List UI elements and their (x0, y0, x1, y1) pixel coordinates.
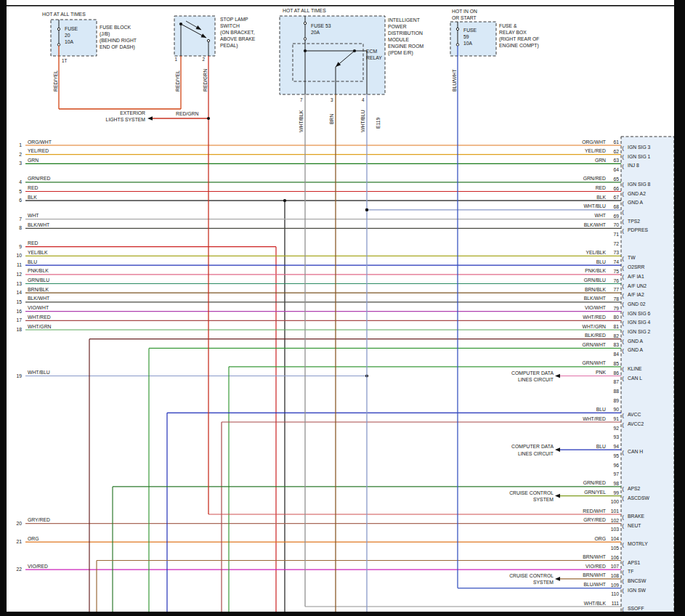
left-wire-label: GRY/RED (28, 517, 50, 522)
pin-signal-name: IGN SIG 6 (628, 311, 651, 316)
annotation-text: CRUISE CONTROL (509, 490, 554, 495)
page-edge-bottom (7, 612, 674, 616)
annotation-text: SYSTEM (533, 580, 554, 585)
terminal-circle (456, 28, 458, 30)
wiring-diagram: 1ORG/WHT2YEL/RED3GRN4GRN/RED5RED6BLK7WHT… (0, 0, 685, 616)
pin-number: 66 (613, 186, 619, 191)
pin-signal-name: IGN SIG 4 (628, 320, 651, 325)
pin-wire-color-label: GRN/RED (583, 480, 606, 485)
pin-wire-color-label: RED/WHT (583, 508, 606, 514)
pin-signal-name: O2SRR (628, 264, 645, 270)
pin-number: 108 (611, 573, 620, 578)
pin-signal-name: ASCDSW (628, 495, 649, 500)
vertical-wire-label: WHT/BLK (299, 110, 304, 132)
pin-number: 68 (613, 204, 619, 209)
wire-label: RED/GRN (176, 111, 198, 116)
hot-in-on-or-start-label: HOT IN ON (452, 9, 477, 14)
terminal-number: 7 (300, 97, 303, 102)
pin-number: 80 (613, 315, 619, 320)
left-row-number: 9 (19, 244, 22, 249)
pin-number: 85 (613, 361, 619, 366)
left-row-number: 8 (19, 225, 22, 230)
component-name: END OF DASH) (100, 44, 135, 50)
left-wire-label: VIO/RED (28, 564, 48, 569)
pin-wire-color-label: WHT/GRN (583, 324, 607, 329)
pin-number: 99 (613, 490, 619, 495)
component-name: SWITCH (220, 23, 240, 28)
left-row-number: 4 (19, 179, 22, 185)
pin-number: 61 (613, 139, 619, 145)
pin-signal-name: CAN H (628, 449, 643, 454)
left-row-number: 17 (16, 317, 22, 323)
pin-wire-color-label: GRN/WHT (583, 360, 606, 365)
annotation-text: COMPUTER DATA (511, 370, 554, 376)
pin-wire-color-label: WHT (595, 213, 606, 218)
pin-number: 111 (612, 601, 620, 606)
pin-signal-name: A/F IA2 (628, 292, 644, 297)
pin-signal-name: A/F UN2 (628, 283, 647, 288)
left-wire-label: WHT/GRN (28, 324, 52, 329)
component-name: MODULE (388, 37, 410, 42)
left-row-number: 7 (19, 216, 22, 222)
pin-number: 109 (611, 583, 620, 588)
left-wire-label: BLK/WHT (28, 222, 49, 227)
left-row-number: 2 (19, 152, 22, 157)
terminal-number: 1T (62, 58, 68, 63)
component-name: DISTRIBUTION (388, 31, 423, 36)
left-row-number: 19 (16, 373, 22, 378)
vertical-wire-label: BLU/WHT (452, 69, 457, 92)
left-wire-label: YEL/BLK (28, 250, 48, 255)
pin-signal-name: INJ 8 (628, 163, 639, 168)
pin-number: 91 (613, 416, 619, 421)
fuse-label: 10A (463, 41, 473, 46)
pin-signal-name: GND 02 (628, 301, 646, 307)
pin-number: 104 (611, 536, 620, 541)
pin-number: 89 (613, 398, 619, 403)
component-name: (ON BRACKET, (220, 30, 255, 36)
left-row-number: 13 (16, 281, 22, 286)
fuse-label: FUSE (65, 26, 78, 31)
pin-number: 106 (611, 555, 620, 560)
component-name: FUSE & (499, 23, 517, 28)
component-name: (BEHIND RIGHT (100, 38, 137, 44)
left-wire-label: ORG (28, 536, 38, 541)
terminal-circle (57, 44, 60, 46)
component-name: ABOVE BRAKE (220, 36, 256, 41)
pin-number: 64 (613, 167, 619, 172)
relay-label: ECM (366, 49, 377, 54)
pin-signal-name: IGN SIG 1 (628, 154, 651, 159)
pin-wire-color-label: ORG (595, 536, 606, 541)
offpage-system-label: EXTERIOR (120, 110, 145, 115)
left-row-number: 5 (19, 189, 22, 194)
pin-signal-name: A/F IA1 (628, 274, 644, 279)
left-wire-label: WHT/RED (28, 315, 51, 320)
pin-number: 70 (613, 222, 619, 227)
pin-signal-name: GND A (628, 339, 644, 344)
pin-wire-color-label: GRN/RED (583, 176, 606, 181)
pin-signal-name: KLINE (628, 366, 642, 371)
terminal-number: 3 (331, 97, 333, 102)
pin-signal-name: IGN SIG 2 (628, 329, 651, 334)
hot-in-on-or-start-label: OR START (452, 15, 477, 20)
pin-wire-color-label: GRN/BLU (584, 277, 606, 283)
vertical-wire-label: WHT/BLU (360, 110, 365, 132)
pin-wire-color-label: BLK/RED (585, 333, 606, 338)
pin-number: 101 (611, 508, 620, 514)
component-name: FUSE BLOCK (100, 25, 131, 30)
pin-number: 84 (613, 352, 619, 357)
pin-signal-name: PDPRES (628, 227, 648, 232)
left-row-number: 14 (16, 290, 22, 295)
pin-wire-color-label: YEL/BLK (585, 250, 606, 255)
pin-wire-color-label: BLU (596, 259, 606, 264)
pin-number: 110 (611, 591, 619, 596)
annotation-text: CRUISE CONTROL (509, 573, 554, 578)
pin-number: 71 (613, 232, 619, 237)
pin-number: 74 (613, 259, 619, 264)
pin-number: 81 (613, 324, 619, 329)
terminal-number: 4 (362, 97, 365, 102)
fuse-label: 59 (463, 34, 469, 39)
pin-wire-color-label: ORG/WHT (582, 139, 606, 145)
pin-wire-color-label: WHT/BLK (584, 601, 607, 606)
left-row-number: 6 (19, 198, 22, 203)
pin-wire-color-label: GRY/RED (583, 517, 606, 522)
